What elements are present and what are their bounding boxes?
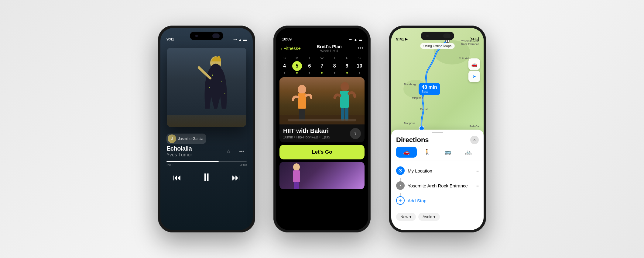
tab-transit[interactable]: 🚌 (437, 147, 458, 158)
directions-header: Directions ✕ (391, 133, 484, 147)
phone-maps: Yosemite ArchRock Entrance El Portal Bri… (389, 26, 486, 232)
transport-tabs: 🚗 🚶 🚌 🚲 (391, 147, 484, 161)
music-screen: J Jasmine Garcia Echolalia Yves Tumor ☆ (160, 28, 253, 230)
progress-times: 2:00 -1:00 (166, 163, 247, 167)
dynamic-island-fitness (305, 32, 339, 40)
svg-rect-15 (294, 182, 296, 189)
fitness-more-button[interactable]: ••• (358, 45, 363, 51)
wifi-icon-2: ▲ (354, 38, 357, 41)
avoid-arrow-icon: ▾ (433, 214, 436, 219)
cal-day-6: S 10 (354, 56, 365, 74)
battery-icon: ▬ (243, 38, 247, 41)
battery-icon-2: ▬ (359, 38, 362, 41)
stop-my-location: My Location ≡ (396, 163, 479, 178)
directions-title: Directions (396, 136, 429, 144)
close-button[interactable]: ✕ (470, 136, 479, 144)
workout-title: HIIT with Bakari (283, 127, 330, 134)
stop-yosemite: Yosemite Arch Rock Entrance ≡ (396, 178, 479, 193)
share-button[interactable]: ⇪ (350, 128, 361, 139)
forward-button[interactable]: ⏭ (228, 170, 244, 185)
song-artist: Yves Tumor (166, 152, 192, 158)
fitness-screen: ‹ Fitness+ Brett's Plan Week 1 of 4 ••• … (276, 28, 368, 230)
cal-day-1[interactable]: M 5 (292, 56, 303, 74)
song-title: Echolalia (166, 145, 192, 152)
status-time-maps: 9:41 (396, 37, 404, 41)
location-button[interactable]: ➤ (468, 71, 480, 82)
fitness-title-block: Brett's Plan Week 1 of 4 (317, 44, 342, 53)
route-stops: My Location ≡ Y (391, 161, 484, 210)
progress-track[interactable] (166, 161, 247, 162)
tab-walk[interactable]: 🚶 (417, 147, 437, 158)
lets-go-button[interactable]: Let's Go (279, 145, 365, 159)
music-title-row: Echolalia Yves Tumor ☆ ••• (166, 145, 247, 158)
status-time-music: 9:41 (166, 37, 174, 41)
status-icons-maps: SOS (470, 37, 479, 41)
favorite-icon[interactable]: ☆ (224, 147, 233, 156)
time-label: Best (422, 90, 437, 93)
stop-name-location: My Location (408, 168, 476, 173)
add-stop-icon: + (396, 196, 405, 205)
dynamic-island-maps (421, 32, 454, 40)
back-chevron-icon: ‹ (281, 46, 282, 51)
playback-controls: ⏮ ⏸ ⏭ (160, 168, 253, 187)
svg-point-25 (400, 185, 401, 186)
directions-panel: Directions ✕ 🚗 🚶 🚌 🚲 (391, 130, 484, 230)
album-art (167, 48, 246, 127)
avoid-label: Avoid (423, 214, 432, 219)
map-controls: 🚗 ➤ (468, 58, 480, 82)
second-workout-card[interactable] (279, 162, 365, 189)
svg-point-23 (400, 170, 401, 171)
artist-avatar: J (168, 134, 176, 143)
svg-point-1 (212, 75, 213, 76)
now-arrow-icon: ▾ (409, 214, 412, 219)
wifi-icon: ▲ (238, 38, 242, 41)
cal-day-0: S 4 (279, 56, 290, 74)
cal-day-5: F 9 (341, 56, 352, 74)
time-badge: 48 min Best (419, 83, 440, 95)
workout-card[interactable]: HIIT with Bakari 10min • Hip-Hop/R&B • E… (279, 77, 365, 142)
svg-point-3 (209, 87, 210, 88)
time-minutes: 48 min (422, 85, 437, 90)
scene: 9:41 ▪▪▪ ▲ ▬ (0, 0, 644, 258)
pause-button[interactable]: ⏸ (199, 170, 214, 185)
map-label-midpines: Midpines (412, 96, 423, 99)
workout-title-row: HIIT with Bakari 10min • Hip-Hop/R&B • E… (283, 127, 361, 139)
svg-point-9 (341, 82, 349, 91)
destination-icon (396, 181, 405, 190)
location-icon (396, 166, 405, 175)
now-option[interactable]: Now ▾ (396, 213, 416, 221)
tab-car[interactable]: 🚗 (396, 147, 417, 158)
fitness-back-button[interactable]: ‹ Fitness+ (281, 46, 301, 51)
cal-day-2: T 6 (304, 56, 315, 74)
nav-arrow-icon: ▶ (405, 37, 408, 41)
svg-point-2 (221, 81, 222, 82)
map-label-mariposa: Mariposa (404, 122, 415, 125)
workout-meta: 10min • Hip-Hop/R&B • Ep35 (283, 135, 330, 139)
car-view-button[interactable]: 🚗 (468, 58, 480, 70)
second-workout-person-svg (288, 163, 305, 189)
calendar-row: S 4 M 5 T 6 (276, 55, 368, 76)
drag-handle-yosemite: ≡ (476, 183, 479, 188)
avoid-option[interactable]: Avoid ▾ (418, 213, 440, 221)
tab-bike[interactable]: 🚲 (458, 147, 479, 158)
plan-name: Brett's Plan (317, 44, 342, 49)
svg-rect-16 (296, 182, 299, 189)
progress-fill (166, 161, 219, 162)
stop-name-yosemite: Yosemite Arch Rock Entrance (408, 183, 476, 188)
back-label: Fitness+ (283, 46, 301, 51)
time-current: 2:00 (166, 163, 172, 167)
workout-info: HIIT with Bakari 10min • Hip-Hop/R&B • E… (279, 124, 365, 142)
artist-name: Jasmine Garcia (178, 137, 203, 141)
status-icons-music: ▪▪▪ ▲ ▬ (233, 38, 247, 41)
phone-fitness: 10:09 ▪▪▪ ▲ ▬ ‹ Fitness+ Brett's Plan (273, 26, 371, 232)
more-icon[interactable]: ••• (237, 147, 247, 156)
stop-add[interactable]: + Add Stop (396, 193, 479, 208)
rewind-button[interactable]: ⏮ (170, 170, 185, 185)
week-label: Week 1 of 4 (317, 49, 342, 53)
bottom-options: Now ▾ Avoid ▾ (391, 210, 484, 223)
music-info: J Jasmine Garcia Echolalia Yves Tumor ☆ (160, 130, 253, 158)
workout-thumbnail (279, 77, 365, 124)
artist-tag: J Jasmine Garcia (166, 134, 206, 144)
maps-screen: Yosemite ArchRock Entrance El Portal Bri… (391, 28, 484, 230)
album-person-svg (167, 48, 246, 127)
